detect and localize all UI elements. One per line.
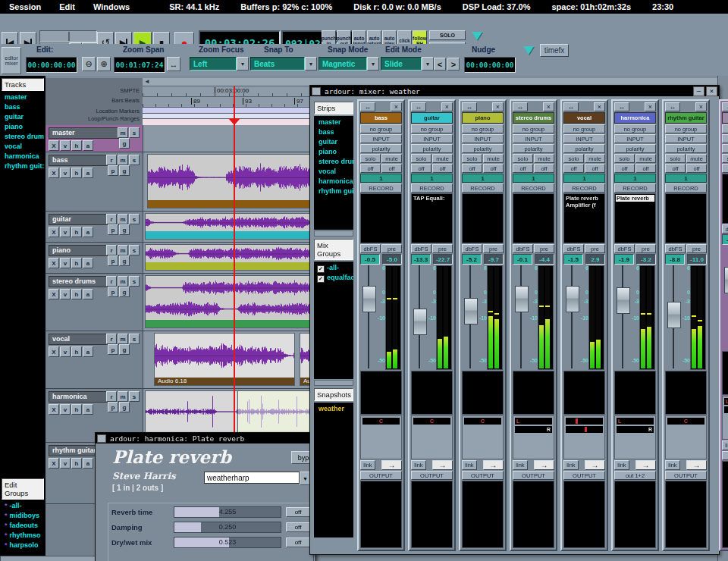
group-button[interactable]: no group (665, 124, 707, 133)
mix-groups-header[interactable]: Mix Groups (314, 239, 353, 260)
pan-link-button[interactable]: link (722, 440, 728, 450)
track-state-button[interactable]: g (119, 138, 130, 149)
track-mini-button[interactable]: h (71, 458, 82, 469)
polarity-button[interactable]: polarity (563, 144, 605, 153)
group-button[interactable]: no group (411, 124, 453, 133)
pre-redirect-box[interactable]: Plate reverb (614, 193, 656, 243)
mute-button[interactable]: mute (585, 154, 605, 163)
input-button[interactable]: INPUT (665, 134, 707, 143)
track-state-button[interactable]: g (119, 344, 130, 355)
track-mini-button[interactable]: a (83, 168, 93, 178)
panner[interactable]: C (462, 415, 504, 459)
fader-handle[interactable] (464, 298, 478, 324)
redirect-item[interactable]: Plate reverb (565, 195, 604, 202)
track-state-button[interactable]: p (108, 287, 118, 297)
track-mini-button[interactable]: h (71, 168, 82, 178)
solo-button[interactable]: solo (614, 154, 635, 163)
pan-link-direction-icon[interactable]: → (585, 460, 605, 470)
panner[interactable]: C (360, 415, 402, 459)
track-mini-button[interactable]: v (60, 289, 71, 299)
output-button[interactable]: OUTPUT (462, 471, 504, 480)
track-mini-button[interactable]: X (49, 227, 59, 237)
strips-list-item[interactable]: master (314, 118, 353, 127)
panner[interactable]: C (411, 415, 453, 459)
track-state-button[interactable]: s (129, 245, 140, 255)
track-state-button[interactable]: m (118, 214, 128, 224)
gain-display[interactable]: -5.2 (462, 254, 482, 265)
strip-name-button[interactable]: guitar (411, 112, 453, 124)
polarity-button[interactable]: polarity (360, 144, 402, 153)
input-count[interactable]: 1 (513, 174, 554, 183)
param-slider[interactable]: 0.523 (174, 537, 281, 548)
track-state-button[interactable]: r (106, 155, 117, 165)
scrollbar[interactable] (314, 230, 353, 237)
mouse-mode-button[interactable]: timefx (540, 44, 569, 57)
checkbox-icon[interactable]: ✓ (317, 275, 325, 283)
mute-safe-button[interactable]: off (483, 164, 504, 173)
pan-link-direction-icon[interactable]: → (635, 460, 656, 470)
meter-point-button[interactable]: dbFS (360, 244, 381, 253)
meter-point-button[interactable]: dbFS (411, 244, 431, 253)
solo-button[interactable]: solo (411, 154, 431, 163)
track-mini-button[interactable]: h (71, 258, 82, 268)
strip-width-icon[interactable]: ↔ (722, 102, 728, 111)
gain-display[interactable]: -0.1 (513, 254, 532, 265)
track-state-button[interactable]: m (118, 334, 128, 344)
fader-handle[interactable] (617, 287, 630, 314)
zoom-out-icon[interactable]: ⊖ (82, 57, 96, 71)
track-state-button[interactable]: s (129, 334, 140, 344)
pan-link-button[interactable]: link (614, 460, 629, 470)
track-header[interactable]: stereo drums Xvha rms pg (46, 274, 143, 331)
tracks-list-item[interactable]: vocal (0, 142, 46, 152)
track-header[interactable]: master Xvha ms g (46, 125, 143, 152)
gain-fader[interactable] (724, 246, 728, 349)
strip-width-icon[interactable]: ↔ (411, 102, 426, 111)
ruler-label-smpte[interactable]: SMPTE (120, 87, 140, 94)
track-mini-button[interactable]: a (83, 346, 93, 357)
track-mini-button[interactable]: v (60, 258, 71, 268)
input-button[interactable]: INPUT (614, 134, 656, 143)
strip-name-button[interactable]: vocal (563, 112, 605, 124)
track-state-button[interactable]: s (129, 214, 140, 224)
track-state-button[interactable]: m (118, 245, 128, 255)
output-button[interactable]: OUTPUT (411, 471, 453, 480)
param-slider[interactable]: 4.255 (174, 506, 281, 518)
mute-safe-button[interactable]: off (381, 164, 402, 173)
edit-group-item[interactable]: *midiboys (0, 511, 46, 521)
track-header[interactable]: piano Xvha rms pg (46, 243, 143, 273)
polarity-button[interactable]: polarity (722, 144, 728, 153)
track-mini-button[interactable]: X (49, 346, 59, 357)
track-mini-button[interactable]: a (83, 227, 93, 237)
peak-display[interactable]: -3.2 (636, 254, 656, 265)
post-redirect-box[interactable] (563, 371, 605, 415)
output-button[interactable]: OUTPUT (513, 471, 554, 480)
zoom-in-icon[interactable]: ⊕ (97, 57, 111, 71)
comments-box[interactable] (665, 481, 707, 548)
mute-button[interactable]: mute (381, 154, 402, 163)
zoom-focus-select[interactable]: Left▾ (190, 57, 249, 71)
solo-safe-button[interactable]: off (563, 164, 584, 173)
strips-list-item[interactable]: guitar (314, 137, 353, 147)
checkbox-icon[interactable]: ✓ (317, 265, 325, 273)
snapshot-item[interactable]: weather (314, 404, 353, 414)
track-mini-button[interactable]: h (71, 289, 82, 299)
tracks-list-item[interactable]: stereo drum (0, 132, 46, 142)
strip-name-button[interactable]: harmonica (614, 112, 656, 124)
track-mini-button[interactable]: a (83, 404, 93, 415)
solo-safe-button[interactable]: off (513, 164, 533, 173)
tracks-list-item[interactable]: harmonica (0, 152, 46, 161)
nudge-back-icon[interactable]: < (434, 58, 446, 71)
edit-groups-header[interactable]: Edit Groups (2, 478, 44, 500)
strip-hide-icon[interactable]: × (594, 102, 605, 111)
mute-safe-button[interactable]: off (534, 164, 554, 173)
solo-button[interactable]: solo (462, 154, 482, 163)
fader-handle[interactable] (724, 267, 728, 293)
comments-box[interactable] (462, 481, 504, 548)
gain-fader[interactable] (362, 265, 375, 368)
track-mini-button[interactable]: X (49, 140, 59, 151)
mute-safe-button[interactable]: off (686, 164, 707, 173)
track-state-button[interactable]: r (106, 334, 117, 344)
strip-hide-icon[interactable]: × (645, 102, 656, 111)
gain-fader[interactable] (515, 265, 527, 368)
track-state-button[interactable]: m (118, 155, 128, 165)
